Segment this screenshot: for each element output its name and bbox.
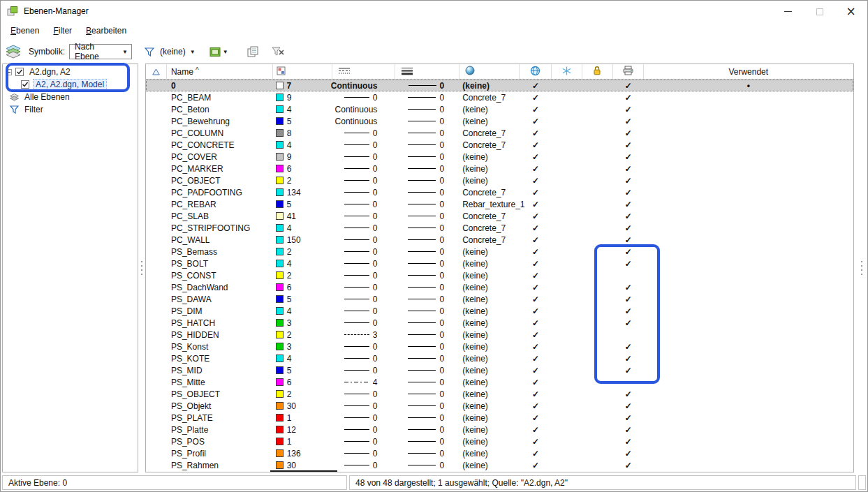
material-cell[interactable]: (keine) xyxy=(459,247,520,257)
line-style-cell[interactable]: 0 xyxy=(332,413,395,423)
layer-name-cell[interactable]: PC_OBJECT xyxy=(167,176,273,186)
line-weight-cell[interactable]: 0 xyxy=(395,176,459,186)
table-row[interactable]: PS_Profil13600(keine)✓✓ xyxy=(146,447,853,459)
line-style-cell[interactable]: 0 xyxy=(332,461,395,470)
color-swatch[interactable] xyxy=(276,319,284,327)
display-toggle-cell[interactable]: ✓ xyxy=(520,117,552,126)
line-style-column-header[interactable] xyxy=(332,64,395,79)
line-weight-cell[interactable]: 0 xyxy=(395,318,459,328)
line-weight-cell[interactable]: 0 xyxy=(395,413,459,423)
layer-color-cell[interactable]: 7 xyxy=(273,81,333,91)
line-weight-cell[interactable]: 0 xyxy=(395,295,459,304)
print-toggle-cell[interactable]: ✓ xyxy=(613,449,644,459)
table-row[interactable]: PC_SLAB4100Concrete_7✓✓ xyxy=(146,210,853,222)
layer-color-cell[interactable]: 12 xyxy=(273,425,333,435)
color-swatch[interactable] xyxy=(276,271,284,279)
display-toggle-cell[interactable]: ✓ xyxy=(520,247,552,257)
line-weight-cell[interactable]: 0 xyxy=(395,271,459,281)
layer-name-cell[interactable]: PS_MID xyxy=(167,366,273,375)
menu-item-filter[interactable]: Filter xyxy=(46,23,79,38)
material-cell[interactable]: Concrete_7 xyxy=(459,211,520,221)
layer-name-cell[interactable]: PC_COVER xyxy=(167,152,273,162)
display-toggle-cell[interactable]: ✓ xyxy=(520,140,552,150)
print-toggle-cell[interactable]: ✓ xyxy=(613,401,644,411)
layer-name-cell[interactable]: PC_PADFOOTING xyxy=(167,188,273,197)
close-button[interactable]: × xyxy=(835,1,867,22)
layer-name-cell[interactable]: PS_POS xyxy=(167,437,273,447)
table-row[interactable]: PC_MARKER600(keine)✓✓ xyxy=(146,163,853,174)
table-row[interactable]: PS_Objekt3000(keine)✓✓ xyxy=(146,400,853,412)
line-style-cell[interactable]: 0 xyxy=(332,164,395,174)
line-style-cell[interactable]: 0 xyxy=(332,306,395,316)
display-toggle-cell[interactable]: ✓ xyxy=(520,211,552,221)
material-cell[interactable]: (keine) xyxy=(459,295,520,304)
color-swatch[interactable] xyxy=(276,248,284,255)
layer-color-cell[interactable]: 2 xyxy=(273,330,333,340)
line-weight-cell[interactable]: 0 xyxy=(395,401,459,411)
level-display-dropdown[interactable]: ▼ xyxy=(205,43,233,61)
table-row[interactable]: PS_DAWA500(keine)✓✓ xyxy=(146,293,853,305)
line-style-cell[interactable]: 0 xyxy=(332,176,395,186)
print-toggle-cell[interactable]: ✓ xyxy=(613,318,644,328)
table-row[interactable]: PC_COLUMN800Concrete_7✓✓ xyxy=(146,127,853,139)
layer-name-cell[interactable]: PS_Mitte xyxy=(167,378,273,387)
material-cell[interactable]: (keine) xyxy=(459,425,520,435)
line-weight-cell[interactable]: 0 xyxy=(395,93,459,103)
layer-color-cell[interactable]: 5 xyxy=(273,295,333,304)
print-toggle-cell[interactable]: ✓ xyxy=(613,413,644,423)
panel-splitter[interactable] xyxy=(139,64,145,472)
line-style-cell[interactable]: 0 xyxy=(332,128,395,138)
line-weight-cell[interactable]: 0 xyxy=(395,354,459,364)
color-swatch[interactable] xyxy=(276,141,284,149)
table-row[interactable]: PS_KOTE400(keine)✓✓ xyxy=(146,352,853,364)
minimize-button[interactable] xyxy=(772,1,804,22)
color-swatch[interactable] xyxy=(276,390,284,398)
line-weight-cell[interactable]: 0 xyxy=(395,200,459,209)
layer-name-cell[interactable]: PC_BEAM xyxy=(167,93,273,103)
layer-color-cell[interactable]: 134 xyxy=(273,188,333,197)
levels-icon[interactable] xyxy=(5,45,22,59)
table-row[interactable]: PS_HATCH300(keine)✓✓ xyxy=(146,317,853,329)
material-cell[interactable]: (keine) xyxy=(459,354,520,364)
layer-name-cell[interactable]: PC_REBAR xyxy=(167,200,273,209)
layer-color-cell[interactable]: 3 xyxy=(273,342,333,352)
material-cell[interactable]: Concrete_7 xyxy=(459,93,520,103)
material-cell[interactable]: (keine) xyxy=(459,401,520,411)
layer-name-cell[interactable]: PS_Platte xyxy=(167,425,273,435)
table-row[interactable]: PS_Mitte640(keine)✓ xyxy=(146,376,853,388)
material-cell[interactable]: (keine) xyxy=(459,342,520,352)
color-swatch[interactable] xyxy=(276,177,284,184)
print-toggle-cell[interactable]: ✓ xyxy=(613,461,644,470)
line-style-cell[interactable]: 0 xyxy=(332,211,395,221)
layer-name-cell[interactable]: PC_CONCRETE xyxy=(167,140,273,150)
print-toggle-cell[interactable]: ✓ xyxy=(613,306,644,316)
line-style-cell[interactable]: 0 xyxy=(332,389,395,399)
line-weight-column-header[interactable] xyxy=(395,64,459,79)
layer-color-cell[interactable]: 4 xyxy=(273,259,333,269)
material-cell[interactable]: (keine) xyxy=(459,330,520,340)
display-toggle-cell[interactable]: ✓ xyxy=(520,259,552,269)
layer-color-cell[interactable]: 5 xyxy=(273,200,333,209)
line-weight-cell[interactable]: 0 xyxy=(395,81,459,91)
collapse-icon[interactable] xyxy=(6,69,12,75)
line-style-cell[interactable]: Continuous xyxy=(332,81,395,91)
color-swatch[interactable] xyxy=(276,236,284,244)
layer-name-cell[interactable]: PS_DIM xyxy=(167,306,273,316)
line-style-cell[interactable]: 0 xyxy=(332,366,395,375)
layer-color-cell[interactable]: 4 xyxy=(273,140,333,150)
color-column-header[interactable] xyxy=(273,64,333,79)
table-row[interactable]: PS_OBJECT200(keine)✓✓ xyxy=(146,388,853,400)
table-row[interactable]: PC_Beton4Continuous0(keine)✓✓ xyxy=(146,103,853,115)
print-toggle-cell[interactable]: ✓ xyxy=(613,176,644,186)
layer-name-cell[interactable]: PS_Objekt xyxy=(167,401,273,411)
material-cell[interactable]: (keine) xyxy=(459,437,520,447)
display-toggle-cell[interactable]: ✓ xyxy=(520,425,552,435)
print-toggle-cell[interactable]: ✓ xyxy=(613,211,644,221)
line-style-cell[interactable]: 0 xyxy=(332,188,395,197)
color-swatch[interactable] xyxy=(276,307,284,315)
layer-color-cell[interactable]: 3 xyxy=(273,318,333,328)
color-swatch[interactable] xyxy=(276,355,284,362)
layer-color-cell[interactable]: 5 xyxy=(273,366,333,375)
material-cell[interactable]: (keine) xyxy=(459,366,520,375)
material-cell[interactable]: Concrete_7 xyxy=(459,235,520,245)
